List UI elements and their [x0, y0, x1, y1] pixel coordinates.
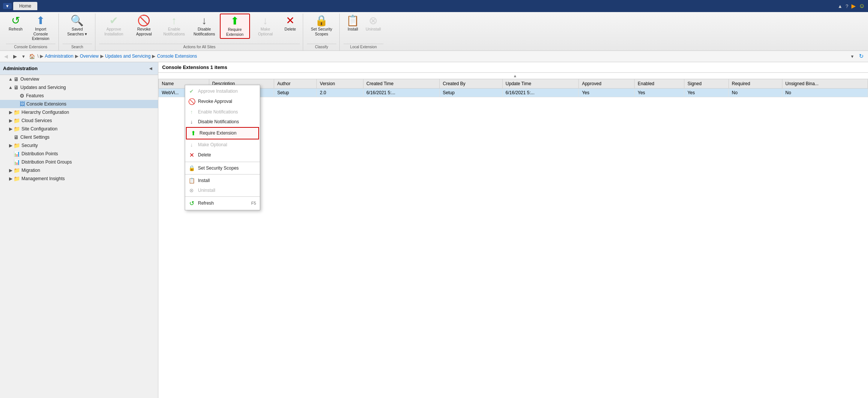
ctx-revoke-approval[interactable]: 🚫 Revoke Approval	[185, 96, 260, 107]
app-menu-button[interactable]: ▼	[3, 3, 12, 9]
nav-dropdown-button[interactable]: ▾	[20, 52, 27, 60]
make-optional-button[interactable]: ↓ Make Optional	[251, 14, 280, 38]
context-menu: ✔ Approve Installation 🚫 Revoke Approval…	[185, 85, 260, 210]
enable-notifications-button[interactable]: ↑ Enable Notifications	[159, 14, 189, 38]
ctx-install-icon: 📋	[188, 178, 195, 184]
cell-created-by: Setup	[440, 88, 503, 97]
disable-notifications-button[interactable]: ↓ Disable Notifications	[190, 14, 219, 38]
tree-item-updates-servicing[interactable]: ▲ 🖥 Updates and Servicing	[0, 83, 158, 92]
ribbon-group-search: 🔍 Saved Searches ▾ Search	[60, 14, 95, 51]
col-required[interactable]: Required	[728, 79, 782, 88]
ctx-refresh[interactable]: ↺ Refresh F5	[185, 198, 260, 209]
tree-item-migration[interactable]: ▶ 📁 Migration	[0, 166, 158, 175]
ribbon-group-label-classify: Classify	[307, 44, 336, 50]
ctx-separator-2	[185, 174, 260, 175]
table-row[interactable]: WebVi... Extension... Setup 2.0 6/16/202…	[159, 88, 868, 97]
col-enabled[interactable]: Enabled	[635, 79, 684, 88]
user-icon[interactable]: ☺	[859, 3, 865, 9]
home-tab[interactable]: Home	[13, 2, 37, 10]
col-signed[interactable]: Signed	[684, 79, 729, 88]
import-icon: ⬆	[36, 15, 45, 26]
tree-item-label-updates: Updates and Servicing	[20, 85, 66, 90]
tree-item-label-hierarchy: Hierarchy Configuration	[21, 110, 69, 115]
require-extension-icon: ⬆	[230, 16, 239, 26]
set-security-scopes-button[interactable]: 🔒 Set Security Scopes	[307, 14, 336, 38]
ctx-uninstall-icon: ⊗	[188, 187, 195, 193]
cell-signed: Yes	[684, 88, 729, 97]
collapse-panel-button[interactable]: ◄	[146, 64, 155, 72]
expand-cloud: ▶	[8, 118, 14, 123]
main-area: Administration ◄ ▲ 🖥 Overview ▲ 🖥 Update…	[0, 62, 868, 398]
ribbon-group-label-search: Search	[63, 44, 92, 50]
col-approved[interactable]: Approved	[579, 79, 635, 88]
cell-created-time: 6/16/2021 5:...	[363, 88, 440, 97]
tree-item-features[interactable]: ⚙ Features	[0, 92, 158, 100]
ribbon-group-local-extension: 📋 Install ⊗ Uninstall Local Extension	[340, 14, 386, 51]
col-update-time[interactable]: Update Time	[502, 79, 579, 88]
back-button[interactable]: ◀	[2, 52, 10, 60]
ctx-delete[interactable]: ✕ Delete	[185, 150, 260, 161]
tree-item-cloud-services[interactable]: ▶ 📁 Cloud Services	[0, 116, 158, 125]
nav-refresh-button[interactable]: ↻	[857, 52, 866, 61]
enable-notifications-icon: ↑	[172, 15, 177, 26]
uninstall-button[interactable]: ⊗ Uninstall	[363, 14, 383, 34]
tree-item-site-config[interactable]: ▶ 📁 Site Configuration	[0, 125, 158, 133]
ctx-disable-notifications[interactable]: ↓ Disable Notifications	[185, 117, 260, 127]
minimize-icon[interactable]: ▲	[838, 3, 843, 9]
tree-item-label-dpg: Distribution Point Groups	[21, 159, 72, 165]
ribbon-group-console-extensions: ↺ Refresh ⬆ Import Console Extension Con…	[3, 14, 59, 51]
import-console-extension-button[interactable]: ⬆ Import Console Extension	[26, 14, 55, 43]
ctx-security-icon: 🔒	[188, 165, 195, 171]
ctx-set-security-scopes[interactable]: 🔒 Set Security Scopes	[185, 163, 260, 173]
breadcrumb-console-extensions[interactable]: Console Extensions	[157, 54, 197, 59]
ctx-enable-notifications[interactable]: ↑ Enable Notifications	[185, 107, 260, 117]
ribbon-group-actions: ✔ Approve Installation 🚫 Revoke Approval…	[96, 14, 303, 51]
ctx-install-label: Install	[198, 178, 210, 183]
tree-item-overview[interactable]: ▲ 🖥 Overview	[0, 75, 158, 83]
expand-migration: ▶	[8, 168, 14, 173]
require-extension-button[interactable]: ⬆ Require Extension	[220, 14, 250, 39]
ribbon-group-classify: 🔒 Set Security Scopes Classify	[304, 14, 340, 51]
ctx-disable-notif-icon: ↓	[188, 119, 195, 125]
tree-item-client-settings[interactable]: 🖥 Client Settings	[0, 133, 158, 141]
overview-icon: 🖥	[14, 76, 19, 82]
col-author[interactable]: Author	[274, 79, 317, 88]
left-panel-header: Administration ◄	[0, 62, 158, 75]
tree-item-label-console-ext: Console Extensions	[26, 101, 66, 107]
ctx-revoke-label: Revoke Approval	[198, 99, 232, 104]
ctx-require-extension[interactable]: ⬆ Require Extension	[186, 127, 259, 139]
forward-button[interactable]: ▶	[11, 52, 19, 60]
ctx-install[interactable]: 📋 Install	[185, 176, 260, 185]
breadcrumb-administration[interactable]: Administration	[45, 54, 74, 59]
breadcrumb-updates[interactable]: Updates and Servicing	[105, 54, 151, 59]
help-icon[interactable]: ?	[845, 3, 848, 9]
cell-required: No	[728, 88, 782, 97]
refresh-button[interactable]: ↺ Refresh	[6, 14, 25, 34]
tree-item-distribution-point-groups[interactable]: 📊 Distribution Point Groups	[0, 158, 158, 166]
approve-installation-button[interactable]: ✔ Approve Installation	[99, 14, 129, 38]
tree-item-label-site: Site Configuration	[21, 126, 57, 132]
breadcrumb-dropdown-button[interactable]: ▾	[849, 52, 856, 61]
tree-item-management-insights[interactable]: ▶ 📁 Management Insights	[0, 175, 158, 183]
expand-overview: ▲	[8, 77, 14, 82]
col-version[interactable]: Version	[317, 79, 363, 88]
delete-button[interactable]: ✕ Delete	[281, 14, 300, 34]
ctx-make-optional[interactable]: ↓ Make Optional	[185, 140, 260, 150]
ctx-uninstall[interactable]: ⊗ Uninstall	[185, 185, 260, 195]
notification-icon[interactable]: ▶	[851, 3, 856, 9]
ctx-approve-installation[interactable]: ✔ Approve Installation	[185, 86, 260, 96]
revoke-approval-button[interactable]: 🚫 Revoke Approval	[129, 14, 159, 38]
col-created-time[interactable]: Created Time	[363, 79, 440, 88]
updates-icon: 🖥	[14, 84, 19, 90]
expand-dpg	[8, 159, 14, 165]
col-unsigned-binary[interactable]: Unsigned Bina...	[782, 79, 868, 88]
tree-item-console-extensions[interactable]: 🖼 Console Extensions	[0, 100, 158, 108]
tree-item-hierarchy-config[interactable]: ▶ 📁 Hierarchy Configuration	[0, 108, 158, 116]
ribbon-local-items: 📋 Install ⊗ Uninstall	[344, 14, 383, 43]
saved-searches-button[interactable]: 🔍 Saved Searches ▾	[63, 14, 92, 38]
tree-item-security[interactable]: ▶ 📁 Security	[0, 141, 158, 150]
breadcrumb-overview[interactable]: Overview	[80, 54, 99, 59]
col-created-by[interactable]: Created By	[440, 79, 503, 88]
install-button[interactable]: 📋 Install	[344, 14, 362, 34]
tree-item-distribution-points[interactable]: 📊 Distribution Points	[0, 150, 158, 158]
